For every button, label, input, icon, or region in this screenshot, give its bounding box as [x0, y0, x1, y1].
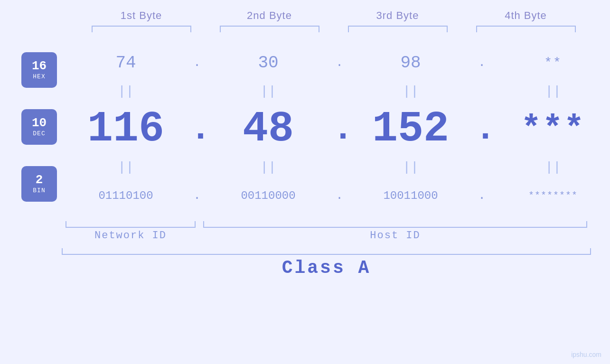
class-label: Class A	[282, 258, 371, 278]
dec-cell-1: 116	[62, 108, 190, 150]
bin-val-2: 00110000	[241, 189, 295, 202]
main-container: 1st Byte 2nd Byte 3rd Byte 4th Byte	[0, 0, 610, 364]
byte-label-4: 4th Byte	[462, 9, 590, 22]
hex-cell-4: **	[489, 56, 610, 70]
bin-dot-2: .	[332, 188, 347, 203]
dec-dot-1: .	[190, 112, 204, 147]
main-grid: 16 HEX 10 DEC 2 BIN 74 . 30	[0, 44, 610, 215]
sep-row-1: || || || ||	[62, 82, 610, 101]
dec-cell-2: 48	[204, 108, 332, 150]
hex-badge-num: 16	[32, 59, 47, 73]
sep-row-2: || || || ||	[62, 158, 610, 177]
class-bracket	[62, 246, 591, 255]
bracket-byte-4	[462, 26, 590, 34]
sep-2-1: ||	[62, 160, 190, 175]
dec-val-2: 48	[243, 108, 294, 150]
id-brackets	[62, 219, 591, 228]
bin-row: 01110100 . 00110000 . 10011000 . *******…	[62, 177, 610, 215]
dec-dot-2: .	[332, 112, 347, 147]
hex-val-1: 74	[115, 53, 136, 73]
bin-badge-label: BIN	[33, 187, 45, 194]
hex-cell-1: 74	[62, 53, 190, 73]
dec-cell-4: ***	[489, 112, 610, 146]
bin-cell-2: 00110000	[204, 189, 332, 202]
network-id-label: Network ID	[62, 230, 199, 242]
dec-badge-label: DEC	[33, 130, 45, 137]
dec-row: 116 . 48 . 152 . ***	[62, 101, 610, 158]
values-area: 74 . 30 . 98 . ** || ||	[62, 44, 610, 215]
hex-badge-label: HEX	[33, 73, 45, 80]
dec-badge: 10 DEC	[21, 109, 57, 145]
watermark: ipshu.com	[571, 351, 601, 358]
hex-val-3: 98	[400, 53, 421, 73]
sep-2-2: ||	[204, 160, 332, 175]
dec-val-3: 152	[372, 108, 449, 150]
bin-val-1: 01110100	[98, 189, 153, 202]
id-labels: Network ID Host ID	[62, 230, 591, 242]
sep-1-3: ||	[347, 84, 475, 99]
network-id-bracket	[62, 219, 199, 228]
bin-val-3: 10011000	[383, 189, 438, 202]
bin-cell-3: 10011000	[347, 189, 475, 202]
hex-cell-2: 30	[204, 53, 332, 73]
bin-dot-1: .	[190, 188, 204, 203]
hex-val-4: **	[544, 56, 562, 70]
dec-val-1: 116	[87, 108, 164, 150]
host-id-label: Host ID	[199, 230, 591, 242]
byte-label-1: 1st Byte	[77, 9, 206, 22]
hex-cell-3: 98	[347, 53, 475, 73]
sep-2-3: ||	[347, 160, 475, 175]
bin-badge: 2 BIN	[21, 166, 57, 202]
hex-dot-3: .	[475, 56, 489, 70]
dec-cell-3: 152	[347, 108, 475, 150]
byte-label-3: 3rd Byte	[334, 9, 462, 22]
bin-cell-1: 01110100	[62, 189, 190, 202]
dec-val-4: ***	[521, 112, 585, 146]
sep-1-4: ||	[489, 84, 610, 99]
bin-val-4: ********	[528, 190, 578, 201]
hex-badge: 16 HEX	[21, 52, 57, 88]
class-label-row: Class A	[62, 258, 591, 278]
hex-dot-2: .	[332, 56, 347, 70]
hex-dot-1: .	[190, 56, 204, 70]
bin-badge-num: 2	[36, 173, 43, 187]
hex-val-2: 30	[258, 53, 278, 73]
bin-cell-4: ********	[489, 190, 610, 201]
badges-column: 16 HEX 10 DEC 2 BIN	[0, 44, 62, 215]
bottom-area: Network ID Host ID Class A	[0, 219, 610, 278]
byte-labels-row: 1st Byte 2nd Byte 3rd Byte 4th Byte	[28, 9, 610, 22]
hex-row: 74 . 30 . 98 . **	[62, 44, 610, 82]
host-id-bracket	[199, 219, 591, 228]
dec-badge-num: 10	[32, 116, 47, 130]
dec-dot-3: .	[475, 112, 489, 147]
bracket-byte-2	[206, 26, 334, 34]
bin-dot-3: .	[475, 188, 489, 203]
top-brackets-row	[28, 26, 610, 34]
sep-2-4: ||	[489, 160, 610, 175]
bracket-byte-3	[334, 26, 462, 34]
sep-1-1: ||	[62, 84, 190, 99]
sep-1-2: ||	[204, 84, 332, 99]
byte-label-2: 2nd Byte	[206, 9, 334, 22]
bracket-byte-1	[77, 26, 206, 34]
